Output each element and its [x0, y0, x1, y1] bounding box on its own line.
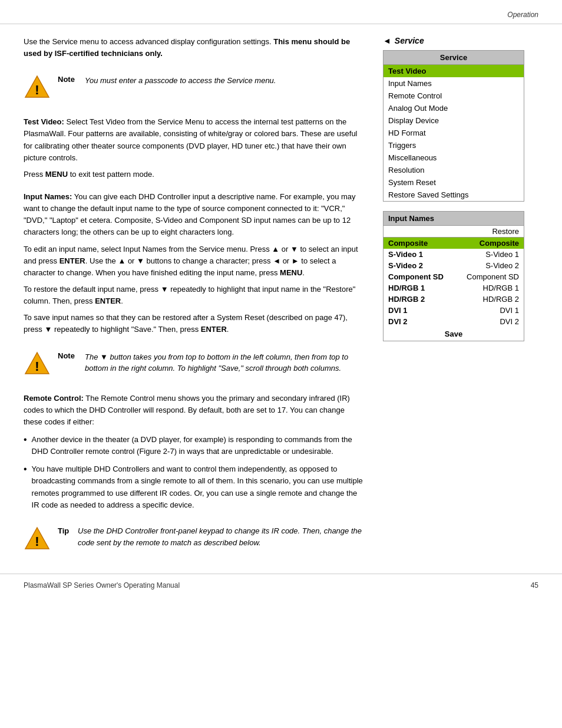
input-names-enter1: ENTER	[59, 256, 85, 265]
remote-control-section: Remote Control: The Remote Control menu …	[24, 393, 365, 511]
service-menu-item: System Reset	[384, 176, 524, 189]
input-names-value: HD/RGB 2	[455, 294, 524, 305]
input-names-para3-end: .	[121, 297, 123, 305]
input-names-value: Composite	[455, 238, 524, 249]
input-names-label: HD/RGB 1	[384, 282, 455, 294]
input-names-restore-text: To restore the default input name, press…	[24, 285, 355, 305]
remote-control-heading: Remote Control:	[24, 394, 84, 403]
service-table-header: Service	[384, 51, 524, 65]
input-names-label: DVI 2	[384, 316, 455, 327]
note-label-1: Note	[58, 74, 79, 84]
service-menu-item: Resolution	[384, 164, 524, 176]
note-box-2: ! Note The ▼ button takes you from top t…	[24, 347, 365, 381]
input-names-enter2: ENTER	[95, 297, 121, 305]
section-label: Operation	[507, 11, 538, 19]
intro-text: Use the Service menu to access advanced …	[24, 37, 272, 46]
page-header: Operation	[0, 0, 562, 24]
service-heading-label: Service	[395, 36, 424, 45]
input-names-table: Input Names Restore CompositeCompositeS-…	[383, 211, 524, 341]
warning-icon-2: !	[24, 350, 51, 377]
service-menu-item: Triggers	[384, 139, 524, 151]
left-column: Use the Service menu to access advanced …	[24, 36, 365, 556]
input-names-label: S-Video 2	[384, 260, 455, 271]
input-names-para1: Input Names: You can give each DHD Contr…	[24, 191, 365, 239]
input-names-label: Component SD	[384, 271, 455, 282]
content-area: Use the Service menu to access advanced …	[0, 24, 562, 562]
note-box-1: ! Note You must enter a passcode to acce…	[24, 70, 365, 104]
input-names-label: S-Video 1	[384, 249, 455, 260]
svg-text:!: !	[35, 83, 39, 97]
svg-text:!: !	[35, 534, 39, 549]
input-names-para4: To save input names so that they can be …	[24, 312, 365, 335]
right-column: ◄ Service Service Test VideoInput NamesR…	[383, 36, 524, 556]
input-names-para3: To restore the default input name, press…	[24, 284, 365, 307]
svg-text:!: !	[35, 359, 39, 374]
input-names-table-header: Input Names	[384, 212, 524, 226]
note-content-2: The ▼ button takes you from top to botto…	[85, 350, 365, 374]
tip-icon: !	[24, 525, 51, 552]
input-names-label: HD/RGB 2	[384, 294, 455, 305]
input-names-para4-end: .	[227, 325, 229, 334]
input-names-para2: To edit an input name, select Input Name…	[24, 243, 365, 279]
test-video-text1: Select Test Video from the Service Menu …	[24, 117, 358, 162]
service-menu-table: Service Test VideoInput NamesRemote Cont…	[383, 50, 524, 202]
input-names-label: DVI 1	[384, 305, 455, 316]
service-menu-item: Restore Saved Settings	[384, 189, 524, 202]
service-menu-item: HD Format	[384, 127, 524, 139]
tip-label: Tip	[58, 525, 72, 535]
tip-box: ! Tip Use the DHD Controller front-panel…	[24, 522, 365, 556]
input-names-value: S-Video 1	[455, 249, 524, 260]
input-names-label: Composite	[384, 238, 455, 249]
page-footer: PlasmaWall SP Series Owner's Operating M…	[0, 574, 562, 597]
input-names-heading: Input Names:	[24, 192, 72, 201]
tip-content: Use the DHD Controller front-panel keypa…	[78, 525, 365, 549]
input-names-value: DVI 2	[455, 316, 524, 327]
test-video-para2: Press MENU to exit test pattern mode.	[24, 169, 365, 180]
input-names-value: S-Video 2	[455, 260, 524, 271]
page: Operation Use the Service menu to access…	[0, 0, 562, 728]
test-video-press: Press	[24, 170, 45, 179]
input-names-save: Save	[384, 327, 524, 341]
test-video-heading: Test Video:	[24, 117, 64, 126]
note-content-1: You must enter a passcode to access the …	[85, 74, 276, 87]
service-menu-item: Analog Out Mode	[384, 102, 524, 114]
input-names-para2-end: .	[302, 268, 305, 277]
bullet-text-2: You have multiple DHD Controllers and wa…	[32, 463, 365, 511]
warning-icon-1: !	[24, 74, 51, 101]
service-menu-item: Display Device	[384, 114, 524, 127]
input-names-restore-header: Restore	[455, 226, 524, 238]
bullet-list: • Another device in the theater (a DVD p…	[24, 434, 365, 511]
arrow-left-icon: ◄	[383, 36, 391, 45]
input-names-col-left	[384, 226, 455, 238]
input-names-menu-bold: MENU	[280, 268, 302, 277]
input-names-save-text: To save input names so that they can be …	[24, 313, 348, 334]
input-names-value: HD/RGB 1	[455, 282, 524, 294]
remote-control-para1: Remote Control: The Remote Control menu …	[24, 393, 365, 428]
test-video-section: Test Video: Select Test Video from the S…	[24, 116, 365, 180]
bullet-dot-1: •	[24, 434, 27, 457]
bullet-dot-2: •	[24, 463, 27, 511]
input-names-value: Component SD	[455, 271, 524, 282]
service-section-heading: ◄ Service	[383, 36, 524, 45]
bullet-item-2: • You have multiple DHD Controllers and …	[24, 463, 365, 511]
test-video-menu-bold: MENU	[45, 170, 68, 179]
test-video-para2-end: to exit test pattern mode.	[68, 170, 154, 179]
bullet-item-1: • Another device in the theater (a DVD p…	[24, 434, 365, 457]
input-names-value: DVI 1	[455, 305, 524, 316]
bullet-text-1: Another device in the theater (a DVD pla…	[32, 434, 365, 457]
service-menu-item: Miscellaneous	[384, 151, 524, 164]
test-video-para1: Test Video: Select Test Video from the S…	[24, 116, 365, 164]
note-label-2: Note	[58, 350, 79, 360]
input-names-enter3: ENTER	[201, 325, 227, 334]
footer-page-number: 45	[531, 581, 538, 589]
input-names-text1: You can give each DHD Controller input a…	[24, 192, 356, 236]
service-menu-item: Test Video	[384, 65, 524, 78]
service-menu-item: Remote Control	[384, 90, 524, 102]
input-names-section: Input Names: You can give each DHD Contr…	[24, 191, 365, 336]
intro-paragraph: Use the Service menu to access advanced …	[24, 36, 365, 60]
footer-left: PlasmaWall SP Series Owner's Operating M…	[24, 581, 180, 589]
service-menu-item: Input Names	[384, 77, 524, 90]
